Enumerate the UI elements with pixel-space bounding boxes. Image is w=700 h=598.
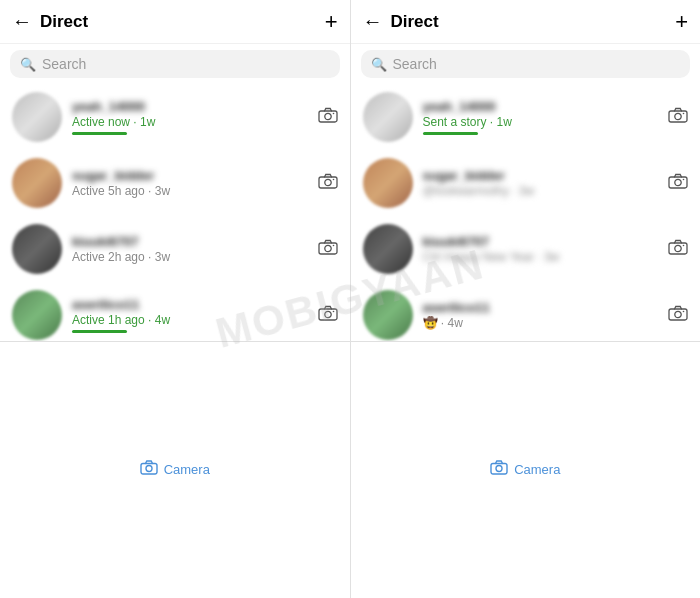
svg-rect-3: [319, 177, 337, 188]
avatar-image: [363, 92, 413, 142]
svg-point-10: [324, 311, 330, 317]
conversation-list: yeah_14000Active now · 1w sugar_bidderAc…: [0, 84, 350, 341]
search-icon: 🔍: [371, 57, 387, 72]
svg-point-34: [683, 244, 685, 246]
avatar-image: [363, 224, 413, 274]
list-item[interactable]: kiuuki6707Ctrl Happy New Year · 3w: [351, 216, 701, 282]
conv-status: 🤠 · 4w: [423, 316, 661, 330]
conv-info: aserilico11Active 1h ago · 4w: [72, 297, 310, 333]
conv-name: aserilico11: [423, 300, 661, 315]
avatar-image: [12, 224, 62, 274]
search-bar[interactable]: 🔍Search: [361, 50, 691, 78]
camera-icon[interactable]: [668, 305, 688, 326]
svg-rect-29: [669, 177, 687, 188]
camera-icon[interactable]: [318, 239, 338, 260]
avatar: [363, 290, 413, 340]
list-item[interactable]: yeah_14000Active now · 1w: [0, 84, 350, 150]
svg-point-30: [675, 179, 681, 185]
conv-name: yeah_14000: [72, 99, 310, 114]
header-title: Direct: [391, 12, 676, 32]
search-bar[interactable]: 🔍Search: [10, 50, 340, 78]
compose-button[interactable]: +: [675, 9, 688, 35]
conv-info: sugar_bidderActive 5h ago · 3w: [72, 168, 310, 198]
camera-icon[interactable]: [318, 305, 338, 326]
conv-info: kiuuki6707Active 2h ago · 3w: [72, 234, 310, 264]
camera-tab-icon: [490, 460, 508, 479]
svg-point-7: [324, 245, 330, 251]
conv-status: Active 1h ago · 4w: [72, 313, 310, 327]
svg-rect-32: [669, 243, 687, 254]
search-placeholder: Search: [393, 56, 437, 72]
avatar-image: [12, 158, 62, 208]
avatar: [363, 224, 413, 274]
list-item[interactable]: yeah_14000Sent a story · 1w: [351, 84, 701, 150]
camera-icon[interactable]: [318, 173, 338, 194]
svg-rect-6: [319, 243, 337, 254]
header-title: Direct: [40, 12, 325, 32]
avatar: [12, 158, 62, 208]
camera-icon[interactable]: [668, 239, 688, 260]
camera-tab[interactable]: Camera: [0, 341, 350, 599]
header: ←Direct+: [0, 0, 350, 44]
conv-status: Active now · 1w: [72, 115, 310, 129]
svg-point-36: [675, 311, 681, 317]
conv-name: kiuuki6707: [423, 234, 661, 249]
camera-tab-label: Camera: [164, 462, 210, 477]
svg-point-1: [324, 113, 330, 119]
conv-status: Active 2h ago · 3w: [72, 250, 310, 264]
back-button[interactable]: ←: [363, 10, 383, 33]
panel-left: ←Direct+🔍Searchyeah_14000Active now · 1w…: [0, 0, 351, 598]
conv-name: yeah_14000: [423, 99, 661, 114]
list-item[interactable]: aserilico11Active 1h ago · 4w: [0, 282, 350, 341]
avatar: [12, 224, 62, 274]
svg-point-5: [332, 178, 334, 180]
svg-point-31: [683, 178, 685, 180]
active-indicator: [72, 330, 127, 333]
compose-button[interactable]: +: [325, 9, 338, 35]
camera-icon[interactable]: [318, 107, 338, 128]
conv-status: @lookwarmothy · 3w: [423, 184, 661, 198]
panel-right: ←Direct+🔍Searchyeah_14000Sent a story · …: [351, 0, 701, 598]
active-indicator: [423, 132, 478, 135]
avatar-image: [12, 290, 62, 340]
svg-point-27: [675, 113, 681, 119]
camera-tab-icon: [140, 460, 158, 479]
back-button[interactable]: ←: [12, 10, 32, 33]
svg-point-51: [496, 466, 502, 472]
svg-point-28: [683, 112, 685, 114]
conv-info: yeah_14000Sent a story · 1w: [423, 99, 661, 135]
active-indicator: [72, 132, 127, 135]
conv-status: Sent a story · 1w: [423, 115, 661, 129]
conv-info: yeah_14000Active now · 1w: [72, 99, 310, 135]
camera-icon[interactable]: [668, 107, 688, 128]
search-placeholder: Search: [42, 56, 86, 72]
conv-name: sugar_bidder: [72, 168, 310, 183]
svg-point-33: [675, 245, 681, 251]
avatar: [363, 92, 413, 142]
svg-point-25: [146, 466, 152, 472]
avatar: [12, 92, 62, 142]
camera-tab[interactable]: Camera: [351, 341, 701, 599]
avatar-image: [363, 290, 413, 340]
conversation-list: yeah_14000Sent a story · 1w sugar_bidder…: [351, 84, 701, 341]
conv-name: sugar_bidder: [423, 168, 661, 183]
svg-point-8: [332, 244, 334, 246]
svg-point-11: [332, 310, 334, 312]
camera-tab-label: Camera: [514, 462, 560, 477]
camera-icon[interactable]: [668, 173, 688, 194]
list-item[interactable]: aserilico11🤠 · 4w: [351, 282, 701, 341]
svg-rect-9: [319, 309, 337, 320]
conv-info: aserilico11🤠 · 4w: [423, 300, 661, 330]
avatar-image: [12, 92, 62, 142]
list-item[interactable]: sugar_bidderActive 5h ago · 3w: [0, 150, 350, 216]
list-item[interactable]: sugar_bidder@lookwarmothy · 3w: [351, 150, 701, 216]
svg-rect-35: [669, 309, 687, 320]
main-panels: ←Direct+🔍Searchyeah_14000Active now · 1w…: [0, 0, 700, 598]
svg-point-37: [683, 310, 685, 312]
header: ←Direct+: [351, 0, 701, 44]
avatar: [363, 158, 413, 208]
list-item[interactable]: kiuuki6707Active 2h ago · 3w: [0, 216, 350, 282]
conv-info: sugar_bidder@lookwarmothy · 3w: [423, 168, 661, 198]
avatar: [12, 290, 62, 340]
search-icon: 🔍: [20, 57, 36, 72]
